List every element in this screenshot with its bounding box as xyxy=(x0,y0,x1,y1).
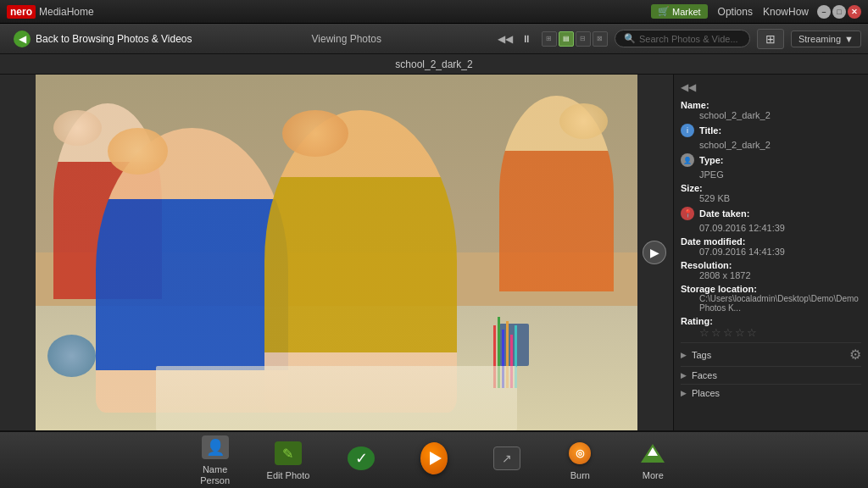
nero-badge: nero xyxy=(7,5,36,19)
star-2[interactable]: ☆ xyxy=(711,326,721,339)
view-mode-2[interactable]: ▤ xyxy=(559,31,574,47)
filename: school_2_dark_2 xyxy=(395,58,472,70)
maximize-button[interactable]: □ xyxy=(832,5,846,19)
date-taken-label: Date taken: xyxy=(699,208,749,219)
type-icon: 👤 xyxy=(681,153,694,167)
size-value: 529 KB xyxy=(699,193,861,203)
export-button[interactable]: ↗ xyxy=(477,440,537,480)
main-content: ▶ ◀◀ Name: school_2_dark_2 i Title: scho… xyxy=(0,75,868,430)
next-photo-button[interactable]: ▶ xyxy=(643,241,666,264)
resolution-section: Resolution: 2808 x 1872 xyxy=(681,260,861,280)
streaming-button[interactable]: Streaming ▼ xyxy=(791,30,861,47)
share-button[interactable]: ✓ xyxy=(331,440,391,480)
export-icon: ↗ xyxy=(493,445,520,472)
places-label: Places xyxy=(692,388,720,398)
view-modes: ⊞ ▤ ⊟ ⊠ xyxy=(542,31,608,47)
close-button[interactable]: ✕ xyxy=(848,5,861,19)
storage-value: C:\Users\localadmin\Desktop\Demo\Demo Ph… xyxy=(699,294,861,313)
back-button[interactable]: ◀ Back to Browsing Photos & Videos xyxy=(7,27,199,51)
streaming-label: Streaming xyxy=(798,34,841,44)
tags-triangle-icon: ▶ xyxy=(681,351,687,359)
faces-section[interactable]: ▶ Faces xyxy=(681,366,861,384)
share-icon: ✓ xyxy=(348,445,375,472)
app-logo: nero MediaHome xyxy=(7,5,94,19)
date-taken-section: 📍 Date taken: 07.09.2016 12:41:39 xyxy=(681,207,861,233)
edit-photo-label: Edit Photo xyxy=(267,470,310,480)
star-5[interactable]: ☆ xyxy=(747,326,757,339)
date-taken-value: 07.09.2016 12:41:39 xyxy=(699,223,861,233)
title-value: school_2_dark_2 xyxy=(699,140,861,150)
storage-section: Storage location: C:\Users\localadmin\De… xyxy=(681,284,861,313)
search-box[interactable]: 🔍 Search Photos & Vide... xyxy=(615,30,750,47)
play-button[interactable] xyxy=(404,440,464,480)
type-section: 👤 Type: JPEG xyxy=(681,153,861,180)
name-person-button[interactable]: 👤 Name Person xyxy=(186,429,245,488)
title-section: i Title: school_2_dark_2 xyxy=(681,124,861,150)
main-toolbar: ◀ Back to Browsing Photos & Videos Viewi… xyxy=(0,24,868,54)
name-label: Name: xyxy=(681,100,861,110)
view-mode-1[interactable]: ⊞ xyxy=(542,31,557,47)
type-label: Type: xyxy=(699,155,724,165)
places-section[interactable]: ▶ Places xyxy=(681,384,861,402)
more-icon xyxy=(639,440,666,467)
market-button[interactable]: 🛒 Market xyxy=(651,4,708,19)
app-name: MediaHome xyxy=(39,6,94,18)
photo-area: ▶ xyxy=(0,75,673,430)
tags-action-icon[interactable]: ⚙ xyxy=(849,347,861,363)
info-icon: i xyxy=(681,124,694,137)
viewing-label: Viewing Photos xyxy=(312,33,382,45)
date-modified-label: Date modified: xyxy=(681,236,861,247)
back-arrow-icon: ◀ xyxy=(14,30,31,47)
options-button[interactable]: Options xyxy=(718,6,753,18)
titlebar: nero MediaHome 🛒 Market Options KnowHow … xyxy=(0,0,868,24)
photo-container xyxy=(36,75,637,430)
star-4[interactable]: ☆ xyxy=(735,326,745,339)
title-buttons: 🛒 Market Options KnowHow xyxy=(651,4,809,19)
burn-label: Burn xyxy=(570,470,590,480)
rating-section: Rating: ☆ ☆ ☆ ☆ ☆ xyxy=(681,316,861,339)
date-modified-section: Date modified: 07.09.2016 14:41:39 xyxy=(681,236,861,257)
streaming-chevron-icon: ▼ xyxy=(844,34,854,44)
panel-nav-prev[interactable]: ◀◀ xyxy=(681,81,696,93)
title-label: Title: xyxy=(699,125,721,136)
more-label: More xyxy=(643,470,664,480)
next-arrow-icon: ▶ xyxy=(650,246,659,259)
edit-photo-button[interactable]: ✎ Edit Photo xyxy=(259,435,319,485)
checkmark-icon: ✓ xyxy=(355,449,368,468)
tags-section[interactable]: ▶ Tags ⚙ xyxy=(681,342,861,366)
burn-icon: ◎ xyxy=(566,440,593,467)
view-mode-4[interactable]: ⊠ xyxy=(593,31,608,47)
minimize-button[interactable]: – xyxy=(817,5,831,19)
places-triangle-icon: ▶ xyxy=(681,389,687,397)
view-mode-3[interactable]: ⊟ xyxy=(576,31,591,47)
name-person-label: Name Person xyxy=(200,464,230,486)
photo-image xyxy=(36,75,637,430)
date-modified-value: 07.09.2016 14:41:39 xyxy=(699,247,861,257)
more-button[interactable]: More xyxy=(623,435,682,485)
export-arrow-icon: ↗ xyxy=(502,452,512,465)
back-label: Back to Browsing Photos & Videos xyxy=(36,33,192,45)
size-section: Size: 529 KB xyxy=(681,183,861,203)
prev-button[interactable]: ◀◀ xyxy=(494,31,516,47)
resolution-value: 2808 x 1872 xyxy=(699,270,861,280)
type-value: JPEG xyxy=(699,169,861,180)
person-icon: 👤 xyxy=(206,438,225,457)
storage-label: Storage location: xyxy=(681,284,861,294)
tags-label: Tags xyxy=(692,350,711,360)
grid-view-button[interactable]: ⊞ xyxy=(757,29,784,49)
star-3[interactable]: ☆ xyxy=(723,326,733,339)
resolution-label: Resolution: xyxy=(681,260,861,270)
pencil-icon: ✎ xyxy=(282,446,293,462)
star-1[interactable]: ☆ xyxy=(699,326,709,339)
rating-stars[interactable]: ☆ ☆ ☆ ☆ ☆ xyxy=(699,326,861,339)
name-section: Name: school_2_dark_2 xyxy=(681,100,861,120)
edit-photo-icon: ✎ xyxy=(275,440,302,467)
location-icon: 📍 xyxy=(681,207,694,220)
market-icon: 🛒 xyxy=(658,6,670,17)
name-value: school_2_dark_2 xyxy=(699,110,861,120)
play-icon xyxy=(420,445,448,472)
burn-button[interactable]: ◎ Burn xyxy=(550,435,609,485)
pause-button[interactable]: ⏸ xyxy=(518,31,535,47)
knowhow-button[interactable]: KnowHow xyxy=(763,6,809,18)
faces-label: Faces xyxy=(692,370,717,380)
